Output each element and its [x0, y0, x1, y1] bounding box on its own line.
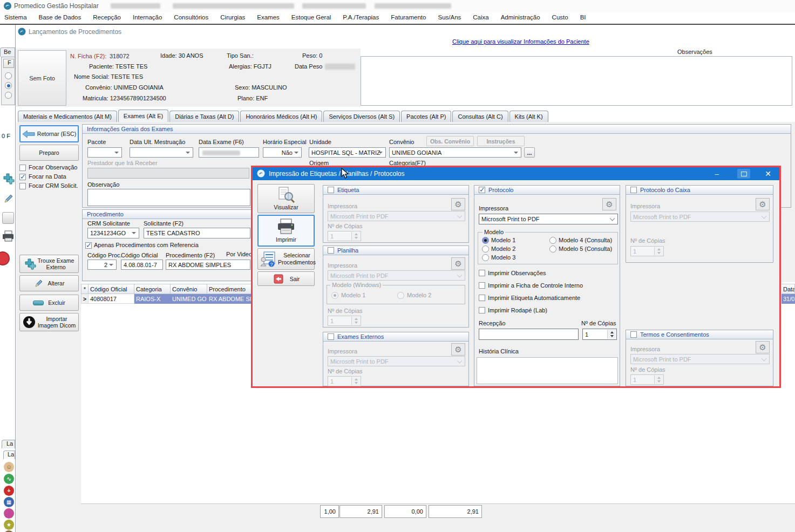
crm-select[interactable]: 12341234GO — [87, 228, 139, 238]
data-ult-select[interactable] — [130, 147, 193, 158]
spinner-arrows[interactable] — [654, 376, 663, 384]
protocolo-printer-settings-button[interactable]: ⚙ — [602, 198, 616, 210]
table-cell-convenio[interactable]: UNIMED GOI — [171, 294, 207, 304]
emergency-icon[interactable]: + — [4, 486, 14, 496]
termos-checkbox[interactable] — [630, 331, 637, 338]
sair-button[interactable]: Sair — [257, 271, 315, 286]
tab-kits[interactable]: Kits (Alt K) — [509, 111, 548, 122]
menu-pa-terapias[interactable]: P.A./Terapias — [343, 14, 379, 21]
table-cell-data[interactable]: 31/0 — [782, 294, 795, 304]
visualizar-button[interactable]: Visualizar — [257, 184, 315, 213]
unidade-select[interactable]: HOSPITAL SQL - MATRIZ — [309, 147, 386, 158]
protocolo-modelo3-radio[interactable] — [482, 254, 489, 261]
preparo-button[interactable]: Preparo — [19, 145, 79, 161]
observations-box[interactable] — [361, 56, 792, 106]
protocolo-modelo2-radio[interactable] — [482, 245, 489, 253]
tab-pacotes[interactable]: Pacotes (Alt P) — [401, 111, 451, 122]
tab-servicos[interactable]: Serviços Diversos (Alt S) — [323, 111, 400, 122]
planilha-copies-spinner[interactable]: 1 — [328, 316, 361, 326]
protocolo-caixa-printer-select[interactable]: Microsoft Print to PDF — [630, 212, 770, 222]
solicitante-field[interactable]: TESTE CADASTRO — [144, 228, 250, 238]
etiqueta-copies-spinner[interactable]: 1 — [328, 231, 361, 241]
exames-externos-printer-select[interactable]: Microsoft Print to PDF — [328, 356, 465, 366]
codigo-proc-select[interactable]: 2 — [87, 260, 117, 270]
tab-honorarios[interactable]: Honorários Médicos (Alt H) — [240, 111, 322, 122]
fragment-tab-la1[interactable]: La — [2, 440, 15, 448]
planilha-printer-select[interactable]: Microsoft Print to PDF — [328, 270, 465, 281]
horario-especial-select[interactable]: Não — [263, 147, 302, 158]
menu-sus-ans[interactable]: Sus/Ans — [438, 14, 461, 21]
alterar-button[interactable]: Alterar — [19, 275, 79, 291]
focar-na-data-checkbox[interactable] — [19, 174, 26, 180]
historia-clinica-textarea[interactable] — [477, 357, 618, 384]
planilha-modelo1-radio[interactable] — [331, 292, 338, 299]
add-procedure-icon[interactable] — [3, 173, 15, 185]
etiqueta-printer-select[interactable]: Microsoft Print to PDF — [328, 211, 465, 221]
table-header-categoria[interactable]: Categoria — [134, 284, 171, 294]
protocolo-checkbox[interactable] — [479, 187, 485, 193]
protocolo-modelo4-radio[interactable] — [549, 237, 556, 244]
protocolo-caixa-copies-spinner[interactable]: 1 — [630, 246, 664, 256]
observacao-textarea[interactable] — [87, 189, 250, 206]
termos-printer-settings-button[interactable]: ⚙ — [756, 341, 770, 353]
instrucoes-button[interactable]: Instruções — [477, 136, 525, 146]
menu-base-de-dados[interactable]: Base de Dados — [39, 14, 81, 21]
termos-copies-spinner[interactable]: 1 — [630, 374, 664, 385]
planilha-printer-settings-button[interactable]: ⚙ — [451, 257, 465, 270]
imprimir-observacoes-checkbox[interactable] — [479, 270, 485, 276]
selecionar-procedimentos-button[interactable]: ? SelecionarProcedimentos — [257, 248, 315, 270]
protocolo-copies-spinner[interactable]: 1 — [582, 329, 617, 340]
menu-internacao[interactable]: Internação — [133, 14, 162, 21]
codigo-oficial-field[interactable]: 4.08.08.01-7 — [121, 260, 163, 270]
table-header-data[interactable]: Data — [782, 284, 795, 294]
fragment-tab-la2[interactable]: La — [3, 451, 15, 459]
pencil-icon[interactable] — [3, 193, 14, 204]
planilha-checkbox[interactable] — [328, 247, 334, 254]
menu-estoque-geral[interactable]: Estoque Geral — [291, 14, 331, 21]
importar-dicom-button[interactable]: ImportarImagem Dicom — [19, 313, 79, 331]
imprimir-ficha-checkbox[interactable] — [479, 282, 485, 289]
menu-recepcao[interactable]: Recepção — [93, 14, 121, 21]
maximize-button[interactable] — [737, 169, 750, 179]
grid-icon[interactable]: ▦ — [4, 497, 14, 507]
alert-icon[interactable] — [0, 251, 10, 265]
menu-bi[interactable]: BI — [580, 14, 586, 21]
imprimir-etiqueta-checkbox[interactable] — [479, 295, 485, 301]
table-header-convenio[interactable]: Convênio — [171, 284, 207, 294]
recepcao-field[interactable] — [479, 329, 579, 340]
apenas-referencia-checkbox[interactable] — [85, 242, 92, 249]
exames-externos-printer-settings-button[interactable]: ⚙ — [451, 343, 465, 356]
menu-cirurgias[interactable]: Cirurgias — [220, 14, 245, 21]
focar-crm-checkbox[interactable] — [19, 183, 26, 189]
menu-administracao[interactable]: Administração — [501, 14, 540, 21]
table-cell-categoria[interactable]: RAIOS-X — [134, 294, 171, 304]
patient-info-link[interactable]: Clique aqui para visualizar Informações … — [452, 38, 589, 45]
star-icon[interactable]: ★ — [4, 520, 14, 530]
table-cell-procedimento[interactable]: RX ABDOME SIMP — [207, 294, 253, 304]
retornar-button[interactable]: Retornar (ESC) — [19, 125, 79, 142]
fragment-radio-3[interactable] — [5, 92, 12, 99]
convenio-select[interactable]: UNIMED GOIANIA — [389, 147, 521, 158]
menu-caixa[interactable]: Caixa — [473, 14, 488, 21]
table-cell-codigo[interactable]: 40808017 — [89, 294, 134, 304]
menu-faturamento[interactable]: Faturamento — [391, 14, 426, 21]
pink-tool-icon[interactable] — [4, 508, 14, 519]
excluir-button[interactable]: Excluir — [19, 295, 79, 311]
protocolo-modelo5-radio[interactable] — [549, 245, 556, 253]
menu-sistema[interactable]: Sistema — [4, 14, 27, 21]
termos-printer-select[interactable]: Microsoft Print to PDF — [630, 354, 770, 364]
protocolo-caixa-checkbox[interactable] — [630, 187, 637, 193]
close-button[interactable]: ✕ — [760, 167, 776, 180]
table-header-procedimento[interactable]: Procedimento — [207, 284, 253, 294]
trouxe-exame-button[interactable]: Trouxe ExameExterno — [19, 255, 79, 273]
spinner-arrows[interactable] — [351, 317, 360, 325]
tab-diarias[interactable]: Diárias e Taxas (Alt D) — [169, 111, 239, 122]
procedimento-field[interactable]: RX ABDOME SIMPLES — [166, 260, 250, 270]
printer-tool-icon[interactable] — [2, 230, 15, 242]
focar-observacao-checkbox[interactable] — [19, 165, 26, 171]
imprimir-rodape-checkbox[interactable] — [479, 307, 485, 313]
etiqueta-checkbox[interactable] — [328, 187, 334, 193]
spinner-arrows[interactable] — [351, 377, 360, 385]
dialog-titlebar[interactable]: Impressão de Etiquetas / Planilhas / Pro… — [253, 167, 779, 180]
blank-tool-icon[interactable] — [2, 212, 14, 224]
